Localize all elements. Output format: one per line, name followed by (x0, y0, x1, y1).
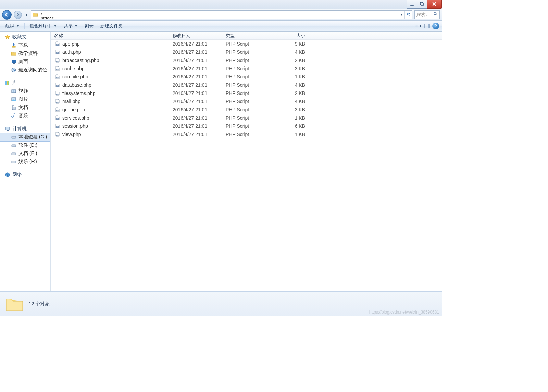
breadcrumb-arrow[interactable]: ▸ (39, 12, 45, 15)
file-row[interactable]: phpmail.php2016/4/27 21:01PHP Script4 KB (51, 97, 442, 106)
sidebar-network-header[interactable]: 网络 (0, 171, 50, 179)
item-icon (11, 42, 16, 48)
file-row[interactable]: phpdatabase.php2016/4/27 21:01PHP Script… (51, 81, 442, 89)
svg-rect-17 (7, 81, 8, 85)
file-row[interactable]: phpcompile.php2016/4/27 21:01PHP Script1… (51, 73, 442, 81)
svg-rect-23 (7, 130, 9, 131)
php-file-icon: php (55, 90, 60, 96)
item-icon (11, 113, 16, 119)
help-button[interactable]: ? (432, 23, 439, 29)
column-date[interactable]: 修改日期 (169, 32, 222, 39)
file-size: 3 KB (277, 66, 309, 71)
item-icon (11, 159, 16, 164)
file-size: 4 KB (277, 49, 309, 55)
breadcrumb-segment[interactable]: xampp (39, 10, 68, 11)
file-row[interactable]: phpsession.php2016/4/27 21:01PHP Script6… (51, 122, 442, 130)
file-row[interactable]: phpcache.php2016/4/27 21:01PHP Script3 K… (51, 64, 442, 73)
sidebar: 收藏夹 下载教学资料桌面最近访问的位 库 视频图片文档音乐 计算机 本地磁盘 (… (0, 32, 51, 291)
file-size: 4 KB (277, 82, 309, 88)
svg-text:php: php (57, 61, 59, 62)
file-type: PHP Script (222, 74, 277, 79)
burn-button[interactable]: 刻录 (82, 22, 96, 30)
sidebar-item[interactable]: 软件 (D:) (0, 141, 50, 149)
column-size[interactable]: 大小 (277, 32, 309, 39)
svg-text:php: php (57, 102, 59, 103)
status-text: 12 个对象 (29, 301, 50, 307)
item-icon (11, 88, 16, 94)
sidebar-item[interactable]: 本地磁盘 (C:) (0, 133, 50, 141)
sidebar-libraries-header[interactable]: 库 (0, 79, 50, 87)
sidebar-item[interactable]: 最近访问的位 (0, 66, 50, 74)
file-name: cache.php (62, 66, 85, 71)
sidebar-item[interactable]: 文档 (0, 103, 50, 112)
watermark: https://blog.csdn.net/weixin_38590681 (369, 310, 439, 315)
breadcrumb-segment[interactable]: htdocs (39, 16, 68, 19)
file-area: 名称 修改日期 类型 大小 phpapp.php2016/4/27 21:01P… (51, 32, 442, 291)
svg-text:php: php (57, 135, 59, 136)
sidebar-item[interactable]: 娱乐 (F:) (0, 158, 50, 166)
php-file-icon: php (55, 99, 60, 104)
library-icon (5, 80, 10, 86)
svg-text:php: php (57, 110, 59, 111)
svg-point-3 (434, 12, 436, 15)
sidebar-item[interactable]: 教学资料 (0, 49, 50, 58)
file-date: 2016/4/27 21:01 (169, 90, 222, 96)
file-row[interactable]: phpapp.php2016/4/27 21:01PHP Script9 KB (51, 40, 442, 48)
computer-icon (5, 126, 10, 132)
file-row[interactable]: phpbroadcasting.php2016/4/27 21:01PHP Sc… (51, 56, 442, 64)
back-button[interactable] (2, 10, 12, 20)
sidebar-item[interactable]: 音乐 (0, 112, 50, 120)
column-type[interactable]: 类型 (222, 32, 277, 39)
preview-pane-button[interactable] (423, 22, 431, 30)
file-name: app.php (62, 41, 80, 47)
file-row[interactable]: phpqueue.php2016/4/27 21:01PHP Script3 K… (51, 106, 442, 114)
breadcrumb-dropdown[interactable]: ▼ (397, 11, 404, 19)
folder-large-icon (5, 296, 24, 312)
sidebar-favorites: 收藏夹 下载教学资料桌面最近访问的位 (0, 33, 50, 74)
sidebar-item[interactable]: 下载 (0, 41, 50, 49)
file-date: 2016/4/27 21:01 (169, 115, 222, 121)
sidebar-item-label: 娱乐 (F:) (18, 159, 37, 165)
file-size: 2 KB (277, 58, 309, 63)
item-icon (11, 143, 16, 148)
sidebar-network: 网络 (0, 171, 50, 179)
new-folder-button[interactable]: 新建文件夹 (98, 22, 125, 30)
php-file-icon: php (55, 132, 60, 137)
file-date: 2016/4/27 21:01 (169, 49, 222, 55)
svg-text:php: php (57, 94, 59, 95)
close-button[interactable] (427, 0, 442, 9)
refresh-button[interactable] (404, 11, 412, 19)
file-row[interactable]: phpfilesystems.php2016/4/27 21:01PHP Scr… (51, 89, 442, 97)
sidebar-favorites-header[interactable]: 收藏夹 (0, 33, 50, 41)
share-button[interactable]: 共享▼ (61, 22, 80, 30)
file-row[interactable]: phpview.php2016/4/27 21:01PHP Script1 KB (51, 130, 442, 138)
file-type: PHP Script (222, 90, 277, 96)
file-list: phpapp.php2016/4/27 21:01PHP Script9 KBp… (51, 40, 442, 138)
nav-history-dropdown[interactable]: ▼ (23, 12, 29, 17)
forward-button[interactable] (14, 11, 22, 19)
file-row[interactable]: phpservices.php2016/4/27 21:01PHP Script… (51, 114, 442, 122)
main-area: 收藏夹 下载教学资料桌面最近访问的位 库 视频图片文档音乐 计算机 本地磁盘 (… (0, 32, 442, 291)
maximize-button[interactable] (417, 0, 427, 9)
file-size: 2 KB (277, 90, 309, 96)
search-input[interactable]: 搜索 ... (414, 10, 440, 19)
sidebar-item[interactable]: 桌面 (0, 58, 50, 66)
file-type: PHP Script (222, 41, 277, 47)
organize-button[interactable]: 组织▼ (3, 22, 22, 30)
item-icon (11, 105, 16, 110)
minimize-button[interactable] (407, 0, 417, 9)
sidebar-computer-header[interactable]: 计算机 (0, 125, 50, 133)
sidebar-item-label: 最近访问的位 (18, 67, 47, 73)
breadcrumb[interactable]: ▸计算机▸本地磁盘 (C:)▸xampp▸htdocs▸PHPprimary▸l… (31, 10, 412, 19)
php-file-icon: php (55, 123, 60, 129)
svg-text:php: php (57, 44, 59, 46)
column-name[interactable]: 名称 (51, 32, 169, 39)
include-in-library-button[interactable]: 包含到库中▼ (27, 22, 60, 30)
sidebar-item[interactable]: 文档 (E:) (0, 149, 50, 158)
file-row[interactable]: phpauth.php2016/4/27 21:01PHP Script4 KB (51, 48, 442, 56)
view-options-button[interactable]: ▼ (414, 22, 422, 30)
sidebar-item[interactable]: 图片 (0, 95, 50, 103)
sidebar-item[interactable]: 视频 (0, 87, 50, 95)
sidebar-item-label: 文档 (18, 105, 28, 111)
file-name: queue.php (62, 107, 85, 112)
